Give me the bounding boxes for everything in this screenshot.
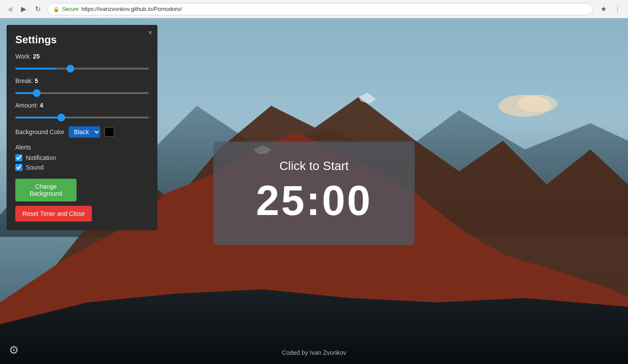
alerts-title: Alerts [15,144,149,151]
secure-label: Secure [62,6,79,12]
menu-button[interactable]: ⋮ [611,3,624,15]
settings-title: Settings [15,34,149,46]
settings-close-button[interactable]: × [148,29,152,36]
amount-row: Amount: 4 [15,102,149,120]
break-slider-container [15,88,149,96]
bg-color-select[interactable]: Black White Blue [69,126,100,138]
timer-display: 25:00 [248,177,380,223]
notification-checkbox[interactable] [15,154,22,161]
reload-button[interactable]: ↻ [32,4,43,14]
click-to-start-text: Click to Start [248,159,380,173]
work-label: Work: 25 [15,53,149,60]
work-slider[interactable] [15,68,149,69]
timer-container[interactable]: Click to Start 25:00 [213,141,415,245]
work-row: Work: 25 [15,53,149,71]
break-row: Break: 5 [15,77,149,96]
notification-row: Notification [15,154,149,161]
sound-row: Sound [15,164,149,171]
bg-color-label: Background Color [15,128,64,135]
address-bar[interactable]: 🔒 Secure https://ivanzvonkov.github.io/P… [47,3,593,15]
color-preview [105,127,114,137]
change-background-button[interactable]: Change Background [15,179,77,201]
notification-label: Notification [26,154,56,161]
main-content: × Settings Work: 25 Break: 5 Amount: 4 [0,18,628,364]
work-slider-container [15,63,149,71]
amount-value: 4 [40,102,43,109]
break-label: Break: 5 [15,77,149,84]
gear-icon[interactable]: ⚙ [9,343,19,357]
alerts-section: Alerts Notification Sound [15,144,149,171]
amount-label: Amount: 4 [15,102,149,109]
work-value: 25 [33,53,40,60]
amount-slider-container [15,112,149,120]
amount-slider[interactable] [15,117,149,118]
footer-credit: Coded by Ivan Zvonkov [282,349,346,356]
nav-buttons: ◀ ▶ ↻ [4,4,43,14]
reset-timer-button[interactable]: Reset Timer and Close [15,206,92,222]
lock-icon: 🔒 [53,6,59,12]
bookmark-button[interactable]: ★ [597,3,610,15]
forward-button[interactable]: ▶ [18,4,29,14]
break-value: 5 [35,77,38,84]
sound-checkbox[interactable] [15,164,22,171]
settings-panel: × Settings Work: 25 Break: 5 Amount: 4 [7,25,157,230]
sound-label: Sound [26,164,43,171]
browser-actions: ★ ⋮ [597,3,624,15]
url-text: https://ivanzvonkov.github.io/Pomodoro/ [81,6,182,12]
bg-color-row: Background Color Black White Blue [15,126,149,138]
browser-chrome: ◀ ▶ ↻ 🔒 Secure https://ivanzvonkov.githu… [0,0,628,18]
svg-point-8 [518,95,558,112]
back-button[interactable]: ◀ [4,4,15,14]
break-slider[interactable] [15,92,149,94]
